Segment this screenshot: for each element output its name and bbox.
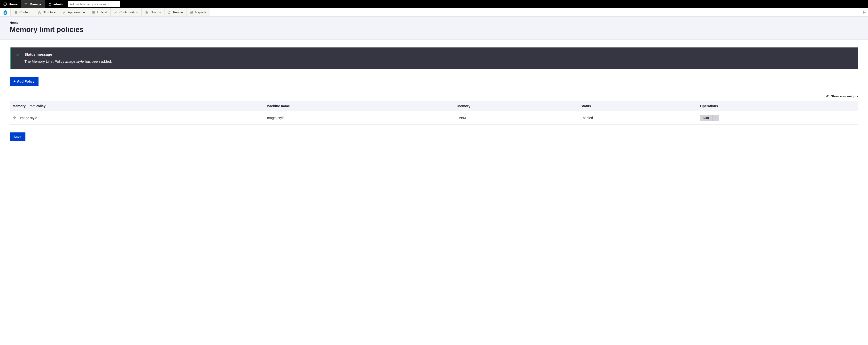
- toolbar-search-input[interactable]: [68, 1, 120, 7]
- toolbar-manage[interactable]: Manage: [21, 0, 44, 8]
- svg-rect-13: [190, 12, 191, 13]
- back-icon: [3, 2, 7, 6]
- menu-configuration-label: Configuration: [119, 10, 138, 14]
- paintbrush-icon: [62, 11, 66, 14]
- drupal-logo[interactable]: [0, 8, 11, 16]
- col-operations: Operations: [697, 101, 858, 112]
- save-button-label: Save: [13, 135, 22, 139]
- show-row-weights-link[interactable]: Show row weights: [826, 94, 858, 98]
- save-button[interactable]: Save: [10, 132, 25, 141]
- hierarchy-icon: [37, 11, 41, 14]
- svg-point-5: [4, 12, 6, 14]
- svg-rect-10: [147, 12, 148, 13]
- menu-extend-label: Extend: [97, 10, 107, 14]
- col-machine: Machine name: [264, 101, 455, 112]
- menu-appearance-label: Appearance: [68, 10, 85, 14]
- status-body-prefix: The Memory Limit Policy: [25, 59, 65, 63]
- building-icon: [145, 11, 149, 14]
- svg-point-0: [4, 3, 6, 6]
- drupal-icon: [3, 9, 8, 15]
- policy-table: Memory Limit Policy Machine name Memory …: [10, 101, 858, 125]
- edit-button[interactable]: Edit: [700, 115, 713, 121]
- collapse-toolbar-button[interactable]: [861, 8, 868, 16]
- menu-appearance[interactable]: Appearance: [59, 8, 88, 16]
- people-icon: [168, 11, 171, 14]
- drag-handle[interactable]: [12, 116, 16, 119]
- puzzle-icon: [92, 11, 95, 14]
- move-icon: [12, 116, 16, 119]
- menu-structure-label: Structure: [43, 10, 56, 14]
- toolbar-home[interactable]: Home: [0, 0, 21, 8]
- eye-icon: [826, 95, 830, 98]
- toolbar-user[interactable]: admin: [45, 0, 66, 8]
- menu-content[interactable]: Content: [11, 8, 34, 16]
- add-policy-label: Add Policy: [17, 80, 34, 83]
- svg-point-4: [49, 3, 51, 4]
- page-header: Home Memory limit policies: [0, 17, 868, 40]
- collapse-icon: [863, 11, 866, 14]
- dropbutton-toggle[interactable]: [712, 115, 719, 121]
- svg-rect-14: [191, 11, 192, 13]
- svg-rect-6: [39, 11, 40, 12]
- menu-groups-label: Groups: [150, 10, 161, 14]
- row-status: Enabled: [578, 112, 697, 125]
- toolbar-search: [68, 1, 120, 7]
- table-row: Image style image_style 256M Enabled Edi…: [10, 112, 858, 125]
- hamburger-icon: [24, 2, 28, 6]
- content-region: Status message The Memory Limit Policy I…: [0, 40, 868, 149]
- menu-structure[interactable]: Structure: [34, 8, 59, 16]
- menu-content-label: Content: [20, 10, 31, 14]
- status-message-body: The Memory Limit Policy Image style has …: [25, 59, 852, 63]
- status-body-suffix: has been added.: [84, 59, 112, 63]
- menu-reports[interactable]: Reports: [186, 8, 210, 16]
- toolbar-manage-label: Manage: [30, 2, 41, 6]
- file-icon: [14, 11, 18, 14]
- svg-point-12: [170, 11, 171, 12]
- svg-rect-15: [192, 11, 193, 13]
- menu-groups[interactable]: Groups: [142, 8, 164, 16]
- row-memory: 256M: [455, 112, 578, 125]
- table-header-row: Memory Limit Policy Machine name Memory …: [10, 101, 858, 112]
- menu-people-label: People: [173, 10, 183, 14]
- status-message-title: Status message: [25, 52, 852, 56]
- chevron-down-icon: [714, 117, 717, 119]
- user-icon: [48, 2, 52, 6]
- wrench-icon: [114, 11, 118, 14]
- add-policy-button[interactable]: + Add Policy: [10, 77, 38, 86]
- page-title: Memory limit policies: [10, 25, 858, 34]
- menu-reports-label: Reports: [195, 10, 206, 14]
- admin-secondary-menu: Content Structure Appearance Extend Conf…: [0, 8, 868, 17]
- col-status: Status: [578, 101, 697, 112]
- col-memory: Memory: [455, 101, 578, 112]
- bar-chart-icon: [190, 11, 193, 14]
- svg-point-11: [168, 11, 170, 12]
- toolbar-home-label: Home: [9, 2, 18, 6]
- row-weights-toggle: Show row weights: [10, 94, 858, 99]
- status-body-emphasis: Image style: [65, 59, 84, 63]
- menu-configuration[interactable]: Configuration: [111, 8, 142, 16]
- svg-rect-9: [146, 11, 147, 13]
- svg-point-19: [827, 96, 828, 96]
- row-machine: image_style: [264, 112, 455, 125]
- svg-rect-7: [38, 13, 39, 14]
- svg-rect-8: [40, 13, 41, 14]
- row-name: Image style: [20, 116, 37, 120]
- menu-extend[interactable]: Extend: [88, 8, 111, 16]
- status-message: Status message The Memory Limit Policy I…: [10, 48, 858, 69]
- menu-people[interactable]: People: [164, 8, 186, 16]
- toolbar-user-label: admin: [54, 2, 63, 6]
- breadcrumb[interactable]: Home: [10, 21, 858, 25]
- operations-dropbutton: Edit: [700, 115, 719, 121]
- check-icon: [16, 53, 20, 57]
- admin-toolbar: Home Manage admin: [0, 0, 868, 8]
- col-name: Memory Limit Policy: [10, 101, 264, 112]
- show-row-weights-label: Show row weights: [831, 94, 858, 98]
- plus-icon: +: [13, 80, 16, 83]
